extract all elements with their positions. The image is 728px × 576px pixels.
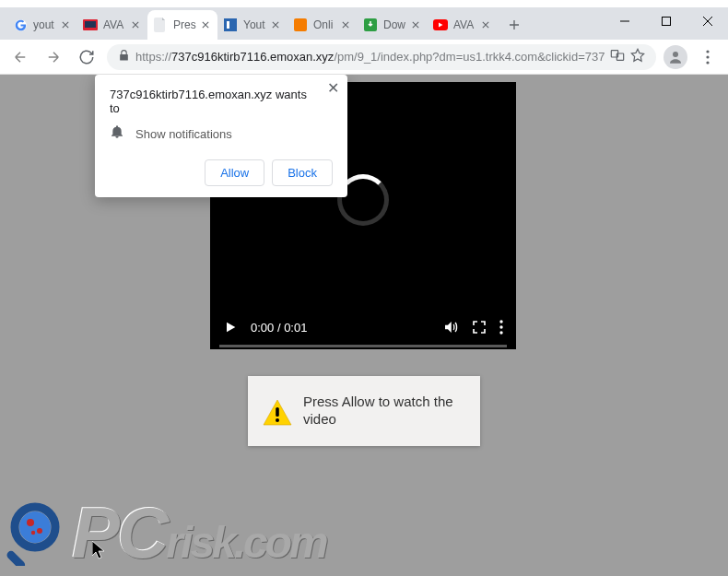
chrome-menu-button[interactable] — [695, 44, 721, 70]
play-button[interactable] — [223, 320, 238, 335]
prompt-close-button[interactable]: ✕ — [323, 78, 342, 97]
window-controls — [604, 7, 728, 35]
reload-button[interactable] — [74, 44, 100, 70]
video-time: 0:00 / 0:01 — [251, 321, 429, 335]
svg-point-11 — [673, 52, 678, 57]
star-icon[interactable] — [630, 48, 645, 65]
favicon-google-icon — [13, 18, 28, 32]
favicon-youtube-icon — [433, 18, 448, 32]
svg-rect-8 — [662, 18, 670, 26]
tab-title: Yout — [243, 18, 269, 31]
maximize-button[interactable] — [645, 7, 687, 35]
allow-button[interactable]: Allow — [205, 159, 264, 186]
svg-point-21 — [19, 511, 51, 543]
back-button[interactable] — [7, 44, 33, 70]
tab[interactable]: yout — [7, 10, 77, 40]
fullscreen-button[interactable] — [472, 320, 487, 335]
profile-avatar[interactable] — [663, 45, 687, 69]
svg-rect-18 — [276, 407, 279, 417]
tab[interactable]: Onli — [288, 10, 358, 40]
cursor-icon — [92, 541, 105, 559]
url-text: https://737c916ktirb7116.emoxan.xyz/pm/9… — [135, 50, 605, 64]
svg-point-23 — [37, 528, 42, 534]
svg-rect-4 — [227, 21, 229, 29]
favicon-tv-icon — [83, 18, 98, 32]
message-text: Press Allow to watch the video — [303, 394, 465, 429]
tab[interactable]: Yout — [217, 10, 288, 40]
new-tab-button[interactable] — [501, 12, 527, 38]
svg-rect-2 — [85, 21, 96, 28]
forward-button[interactable] — [41, 44, 66, 70]
notification-prompt: ✕ 737c916ktirb7116.emoxan.xyz wants to S… — [95, 75, 347, 197]
magnifier-icon — [6, 501, 70, 566]
permission-label: Show notifications — [135, 127, 232, 141]
video-progress[interactable] — [219, 345, 507, 347]
block-button[interactable]: Block — [272, 159, 333, 186]
svg-point-19 — [276, 418, 279, 422]
svg-point-12 — [706, 50, 709, 53]
prompt-title: 737c916ktirb7116.emoxan.xyz wants to — [110, 88, 333, 115]
tab-close-icon[interactable] — [269, 18, 282, 31]
svg-rect-3 — [224, 18, 237, 31]
tab-title: Onli — [313, 18, 339, 31]
tab-title: Dow — [383, 18, 409, 31]
watermark: PCrisk.com — [6, 491, 326, 575]
address-bar[interactable]: https://737c916ktirb7116.emoxan.xyz/pm/9… — [107, 44, 656, 70]
tab-close-icon[interactable] — [409, 18, 422, 31]
svg-point-13 — [706, 55, 709, 58]
video-more-button[interactable] — [499, 320, 503, 335]
svg-rect-5 — [294, 18, 307, 31]
close-window-button[interactable] — [687, 7, 728, 35]
tab-close-icon[interactable] — [59, 18, 72, 31]
tab[interactable]: Dow — [358, 10, 428, 40]
svg-point-22 — [27, 519, 34, 526]
favicon-page-icon — [153, 18, 168, 32]
translate-icon[interactable] — [610, 48, 625, 65]
tab-title: Pres — [173, 18, 199, 31]
message-box: Press Allow to watch the video — [248, 376, 480, 446]
tab-title: AVA — [453, 18, 479, 31]
favicon-download-icon — [363, 18, 378, 32]
lock-icon — [118, 49, 130, 65]
page-content: 0:00 / 0:01 Press Allow to watch the vid… — [0, 75, 728, 576]
favicon-blue-icon — [223, 18, 238, 32]
tab-active[interactable]: Pres — [147, 10, 217, 40]
tab-close-icon[interactable] — [129, 18, 142, 31]
favicon-orange-icon — [293, 18, 308, 32]
svg-point-14 — [706, 61, 709, 64]
svg-point-16 — [499, 325, 502, 328]
video-controls: 0:00 / 0:01 — [210, 305, 516, 349]
svg-point-17 — [499, 331, 502, 334]
minimize-button[interactable] — [604, 7, 645, 35]
tab-title: yout — [33, 18, 59, 31]
toolbar: https://737c916ktirb7116.emoxan.xyz/pm/9… — [0, 40, 728, 75]
tab-title: AVA — [103, 18, 129, 31]
bell-icon — [110, 124, 124, 143]
tab-strip: yout AVA Pres Yout Onli Dow AVA — [0, 7, 728, 40]
svg-point-24 — [31, 530, 35, 534]
tab[interactable]: AVA — [428, 10, 498, 40]
tab-close-icon[interactable] — [199, 18, 212, 31]
watermark-text: PCrisk.com — [72, 491, 326, 575]
svg-rect-25 — [6, 549, 27, 566]
tab-close-icon[interactable] — [479, 18, 492, 31]
warning-icon — [263, 399, 290, 424]
tab[interactable]: AVA — [77, 10, 147, 40]
volume-button[interactable] — [442, 319, 459, 335]
tab-close-icon[interactable] — [339, 18, 352, 31]
svg-point-15 — [499, 320, 502, 323]
